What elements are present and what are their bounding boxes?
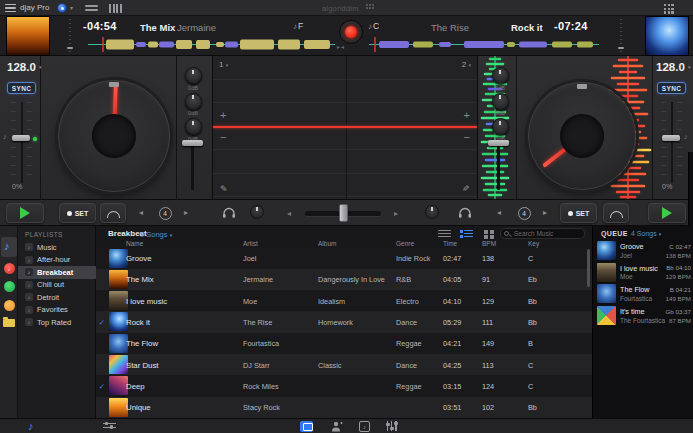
mixer-settings-icon[interactable] (103, 423, 116, 431)
eq-knob[interactable] (185, 67, 202, 84)
music-library-icon[interactable]: ♪ (359, 421, 370, 432)
track-row[interactable]: UniqueStacy Rock03:51102Bb (96, 397, 592, 418)
queue-item[interactable]: I love musicMoeBb 04:10129 BPM (593, 262, 693, 284)
playlist-item[interactable]: ♪Favorites (18, 304, 96, 317)
column-header[interactable]: Album (318, 240, 336, 247)
levels-icon[interactable] (387, 421, 397, 431)
deck1-loop-halve-icon[interactable]: ◂ (139, 208, 143, 217)
crossfader-left-icon[interactable]: ◂ (287, 209, 291, 218)
deck2-play-button[interactable] (648, 203, 686, 223)
deck2-loop-beats[interactable]: 4 (509, 204, 539, 222)
deck1-edit-pencil-icon[interactable]: ✎ (220, 184, 228, 194)
add-user-icon[interactable] (331, 421, 343, 432)
deck2-zoom-in-button[interactable]: + (464, 110, 470, 120)
itunes-source-icon[interactable]: ♪ (4, 263, 15, 274)
table-scrollbar[interactable] (587, 249, 590, 287)
spotify-source-icon[interactable] (4, 281, 15, 292)
track-row[interactable]: The MixJermaineDangerously In LoveR&B04:… (96, 269, 592, 290)
deck1-loop-beats[interactable]: 4 (150, 204, 180, 222)
horizontal-decks-view-icon[interactable] (85, 5, 98, 13)
deck2-zoom-out-button[interactable]: − (464, 132, 470, 142)
deck1-volume-fader[interactable] (182, 140, 203, 146)
chevron-down-icon[interactable]: ▾ (70, 4, 73, 11)
column-header[interactable]: Key (528, 240, 539, 247)
deck2-jog-wheel[interactable] (528, 82, 636, 190)
deck1-loop-double-icon[interactable]: ▸ (184, 208, 188, 217)
playlist-item[interactable]: ♪Detroit (18, 291, 96, 304)
deck1-zoom-out-button[interactable]: − (220, 132, 226, 142)
vertical-decks-view-icon[interactable] (109, 4, 122, 13)
playlist-item[interactable]: ♪Top Rated (18, 316, 96, 329)
eq-knob[interactable] (492, 67, 509, 84)
automix-icon[interactable] (57, 3, 67, 13)
playlist-item[interactable]: ♪Music (18, 241, 96, 254)
column-header[interactable]: BPM (482, 240, 496, 247)
column-header[interactable]: Name (126, 240, 143, 247)
deck1-zoom-in-button[interactable]: + (220, 110, 226, 120)
deck1-cue-set-button[interactable]: SET (59, 203, 96, 223)
deck2-headphones-icon[interactable] (458, 207, 472, 219)
track-row[interactable]: Star DustDJ StarrClassicDance04:25113C (96, 354, 592, 375)
folder-source-icon[interactable] (3, 319, 15, 327)
deck2-loop-button[interactable] (603, 203, 629, 223)
deck2-overview-waveform[interactable] (369, 37, 599, 52)
deck1-sync-button[interactable]: SYNC (7, 82, 36, 94)
deck1-headphones-icon[interactable] (222, 207, 236, 219)
deck2-wave-label[interactable]: 2 ▾ (462, 60, 471, 69)
deck2-bpm[interactable]: 128.0 ▾ (656, 61, 691, 73)
deck2-loop-double-icon[interactable]: ▸ (543, 208, 547, 217)
deck1-overview-waveform[interactable] (88, 37, 335, 52)
queue-count-link[interactable]: 4 Songs ▾ (631, 230, 661, 237)
deck2-cue-set-button[interactable]: SET (560, 203, 597, 223)
deck2-mini-fader[interactable] (620, 19, 622, 53)
library-music-icon[interactable]: ♪ (28, 420, 34, 432)
deck1-wave-label[interactable]: 1 ▾ (219, 60, 228, 69)
record-button[interactable] (339, 20, 363, 44)
column-header[interactable]: Time (443, 240, 457, 247)
deck1-play-button[interactable] (6, 203, 44, 223)
track-row[interactable]: ✓Rock itThe RiseHomeworkDance05:29111Bb (96, 311, 592, 332)
deck2-volume-fader[interactable] (488, 140, 509, 146)
search-input[interactable] (500, 228, 585, 239)
queue-item[interactable]: GrooveJoelC 02:47138 BPM (593, 240, 693, 262)
queue-item[interactable]: The FlowFourtasticaB 04:21149 BPM (593, 283, 693, 305)
menu-icon[interactable] (5, 4, 16, 14)
automix-transition-icon[interactable]: ▸◂ (337, 43, 345, 50)
eq-knob[interactable] (185, 118, 202, 135)
music-note-icon[interactable]: ♪ (4, 240, 10, 252)
eq-knob[interactable] (185, 93, 202, 110)
grid-view-icon[interactable] (484, 230, 497, 239)
eq-knob[interactable] (492, 93, 509, 110)
playlist-item[interactable]: ♪Breakbeat (18, 266, 96, 279)
column-header[interactable]: Genre (396, 240, 414, 247)
crossfader-right-icon[interactable]: ▸ (394, 209, 398, 218)
track-row[interactable]: ≡The FlowFourtasticaReggae04:21149B (96, 333, 592, 354)
deck2-filter-knob[interactable] (425, 205, 439, 219)
list-view-icon[interactable] (438, 230, 451, 239)
song-count-link[interactable]: 9 Songs ▾ (140, 230, 172, 239)
deck2-loop-halve-icon[interactable]: ◂ (497, 208, 501, 217)
deck1-loop-button[interactable] (100, 203, 126, 223)
eq-knob[interactable] (492, 118, 509, 135)
deck1-bpm[interactable]: 128.0 ▾ (7, 61, 42, 73)
queue-item[interactable]: It's timeThe FourtasticaGb 03:3787 BPM (593, 305, 693, 327)
deck1-jog-wheel[interactable] (58, 80, 170, 192)
playlist-item[interactable]: ♪Chill out (18, 279, 96, 292)
soundcloud-source-icon[interactable] (4, 300, 15, 311)
track-row[interactable]: ≡GrooveJoelIndie Rock02:47138C (96, 248, 592, 269)
deck1-filter-knob[interactable] (250, 205, 264, 219)
crossfader[interactable] (339, 204, 348, 222)
waveform-panel[interactable]: 1 ▾ 2 ▾ + − + − ✎ ✎ (212, 56, 478, 199)
playlist-item[interactable]: ♪After-hour (18, 254, 96, 267)
apps-grid-icon[interactable] (664, 4, 674, 14)
column-header[interactable]: Artist (243, 240, 258, 247)
deck1-mini-fader[interactable] (69, 19, 71, 53)
track-row[interactable]: ✓DeepRock MilesReggae03:15124C (96, 375, 592, 396)
browser-toggle-icon[interactable] (300, 421, 313, 432)
deck2-edit-pencil-icon[interactable]: ✎ (462, 184, 470, 194)
track-row[interactable]: ≡I love musicMoeIdealismElectro04:10129B… (96, 290, 592, 311)
list-with-art-view-icon[interactable] (460, 230, 473, 239)
deck2-pitch-slider[interactable] (662, 135, 680, 141)
deck1-pitch-slider[interactable] (12, 135, 30, 141)
deck2-sync-button[interactable]: SYNC (657, 82, 686, 94)
